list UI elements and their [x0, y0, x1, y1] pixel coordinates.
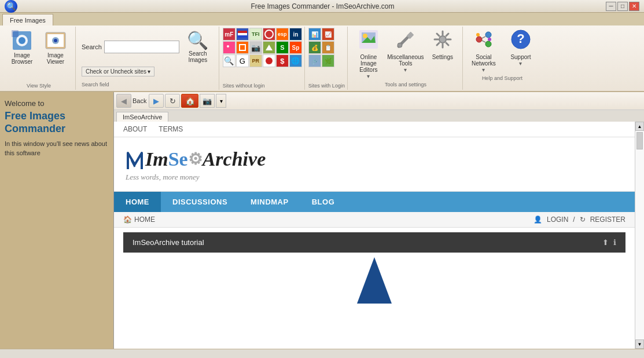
imseoarchive-tab[interactable]: ImSeoArchive: [116, 112, 168, 122]
share-icon[interactable]: ⬆: [602, 238, 609, 247]
login-site-6[interactable]: 🌿: [322, 54, 334, 67]
login-site-4[interactable]: 📋: [322, 41, 334, 54]
miscellaneous-tools-label: MiscellaneousTools: [387, 54, 424, 67]
check-uncheck-label: Check or Uncheck sites: [86, 68, 146, 75]
search-images-button[interactable]: 🔍 SearchImages: [182, 29, 214, 64]
site-icon-in[interactable]: in: [289, 28, 302, 41]
sidebar-title: Free Images Commander: [5, 110, 109, 135]
register-link[interactable]: REGISTER: [590, 215, 625, 224]
settings-label: Settings: [432, 54, 453, 60]
image-viewer-label: ImageViewer: [47, 52, 64, 65]
sites-no-login-section: mF TFI esp in 📷 S Sp 🔍: [220, 27, 305, 90]
site-icon-g[interactable]: G: [236, 54, 249, 67]
site-icon-mf[interactable]: mF: [223, 28, 235, 41]
svg-point-24: [439, 36, 446, 43]
svg-text:?: ?: [517, 31, 524, 46]
login-site-2[interactable]: 📈: [322, 28, 334, 41]
site-icon-globe[interactable]: 🌐: [289, 54, 302, 67]
terms-link[interactable]: TERMS: [159, 125, 183, 133]
site-icon-tfi[interactable]: TFI: [249, 28, 262, 41]
svg-point-11: [265, 30, 273, 38]
window-controls: ─ □ ✕: [606, 2, 639, 11]
view-style-label: View Style: [27, 82, 51, 89]
site-icon-flag[interactable]: [236, 28, 249, 41]
site-icon-square[interactable]: [236, 41, 249, 54]
svg-point-16: [266, 57, 273, 64]
site-icon-sp[interactable]: Sp: [289, 41, 302, 54]
scroll-thumb[interactable]: [636, 132, 643, 149]
site-icon-red-circle[interactable]: [263, 54, 275, 67]
scroll-track[interactable]: [635, 131, 644, 339]
scroll-up-button[interactable]: ▲: [635, 122, 644, 131]
site-icon-camera[interactable]: 📷: [249, 41, 262, 54]
sidebar-title-line1: Free Images: [5, 110, 109, 123]
browser-area: ◀ Back ▶ ↻ 🏠 📷 ▾ ImSeoArchive ABOUT TERM…: [113, 92, 644, 349]
svg-line-37: [482, 41, 485, 42]
tutorial-label: ImSeoArchive tutorial: [133, 238, 204, 247]
support-button[interactable]: ? Support ▾: [503, 28, 538, 74]
home-button[interactable]: 🏠: [181, 94, 198, 108]
image-browser-button[interactable]: ImageBrowser: [6, 28, 38, 66]
site-icon-pr[interactable]: PR: [249, 54, 262, 67]
svg-point-33: [476, 36, 482, 42]
back-button[interactable]: ◀: [116, 94, 131, 108]
toolbar: ImageBrowser ImageViewer View Style Sear…: [0, 25, 644, 92]
site-icon-search[interactable]: 🔍: [223, 54, 235, 67]
refresh-button[interactable]: ↻: [165, 94, 180, 108]
breadcrumb-home[interactable]: HOME: [134, 215, 155, 224]
svg-point-12: [226, 44, 233, 51]
scroll-down-button[interactable]: ▼: [635, 339, 644, 349]
help-section: SocialNetworks ▾ ? Support ▾ Help and Su…: [464, 27, 540, 90]
support-label: Support: [510, 54, 531, 60]
back-label: Back: [133, 97, 146, 104]
dropdown-button[interactable]: ▾: [216, 94, 226, 108]
site-icon-esp[interactable]: esp: [276, 28, 289, 41]
status-bar: [0, 349, 644, 358]
check-uncheck-button[interactable]: Check or Uncheck sites ▾: [82, 67, 154, 76]
online-image-editors-button[interactable]: Online ImageEditors ▾: [351, 28, 386, 81]
app-tab-bar: Free Images: [0, 13, 644, 25]
settings-button[interactable]: Settings: [425, 28, 460, 81]
nav-blog[interactable]: BLOG: [300, 192, 347, 212]
scrollbar[interactable]: ▲ ▼: [635, 122, 644, 349]
svg-line-36: [482, 36, 485, 38]
check-uncheck-arrow: ▾: [148, 68, 150, 75]
social-networks-button[interactable]: SocialNetworks ▾: [466, 28, 501, 74]
image-preview: [123, 257, 625, 304]
svg-rect-9: [238, 33, 247, 35]
info-icon[interactable]: ℹ: [613, 238, 616, 247]
web-inner: ABOUT TERMS Im Se ⚙: [114, 122, 644, 349]
svg-line-30: [446, 43, 448, 45]
search-field-label: Search field: [82, 82, 214, 87]
camera-button[interactable]: 📷: [200, 94, 215, 108]
site-icon-up[interactable]: [263, 41, 275, 54]
maximize-button[interactable]: □: [617, 2, 628, 11]
login-site-3[interactable]: 💰: [308, 41, 321, 54]
svg-rect-10: [238, 35, 247, 38]
login-site-5[interactable]: 🔗: [308, 54, 321, 67]
image-viewer-button[interactable]: ImageViewer: [39, 28, 72, 66]
forward-button[interactable]: ▶: [149, 94, 164, 108]
logo-im-text: Im: [145, 148, 168, 170]
site-icon-circle[interactable]: [263, 28, 275, 41]
search-input[interactable]: [104, 41, 179, 53]
free-images-tab[interactable]: Free Images: [2, 14, 53, 25]
svg-line-32: [437, 43, 439, 45]
site-icon-s[interactable]: S: [276, 41, 289, 54]
close-button[interactable]: ✕: [629, 2, 639, 11]
search-images-label: SearchImages: [188, 50, 207, 63]
nav-mindmap[interactable]: MINDMAP: [239, 192, 300, 212]
site-icon-dollar[interactable]: $: [276, 54, 289, 67]
login-site-1[interactable]: 📊: [308, 28, 321, 41]
login-link[interactable]: LOGIN: [547, 215, 568, 224]
nav-home[interactable]: HOME: [114, 192, 161, 212]
minimize-button[interactable]: ─: [606, 2, 616, 11]
svg-rect-14: [240, 45, 245, 50]
about-link[interactable]: ABOUT: [123, 125, 147, 133]
web-content: ABOUT TERMS Im Se ⚙: [114, 122, 644, 349]
miscellaneous-tools-button[interactable]: MiscellaneousTools ▾: [388, 28, 423, 81]
register-icon: ↻: [580, 215, 586, 224]
nav-discussions[interactable]: DISCUSSIONS: [161, 192, 239, 212]
site-icon-pink[interactable]: [223, 41, 235, 54]
image-browser-label: ImageBrowser: [12, 52, 33, 65]
